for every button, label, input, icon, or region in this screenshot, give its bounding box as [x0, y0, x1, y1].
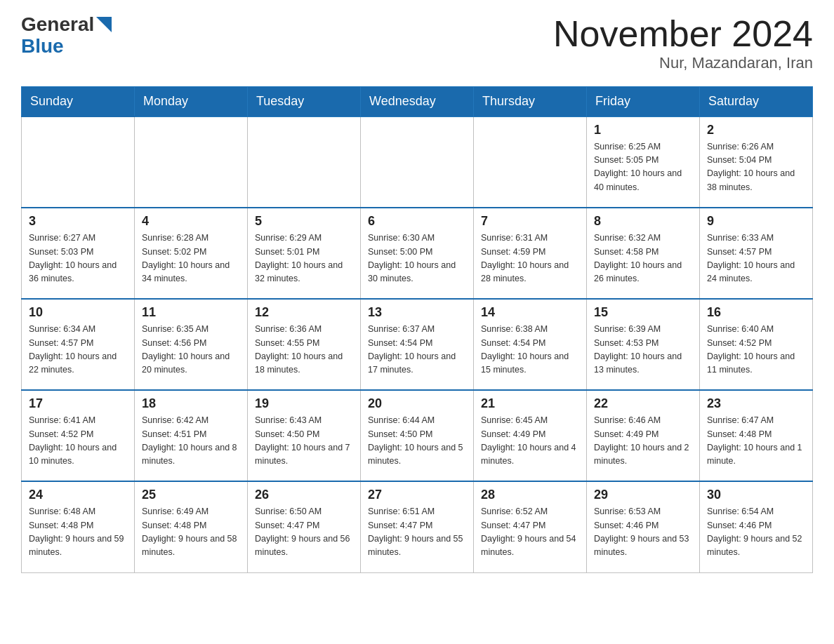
day-number: 28: [481, 488, 579, 502]
calendar-cell: [248, 116, 361, 208]
logo: General Blue: [21, 14, 112, 58]
day-number: 30: [707, 488, 805, 502]
day-info: Sunrise: 6:43 AMSunset: 4:50 PMDaylight:…: [255, 414, 353, 469]
day-number: 1: [594, 123, 692, 137]
calendar-cell: 12Sunrise: 6:36 AMSunset: 4:55 PMDayligh…: [248, 299, 361, 390]
day-number: 15: [594, 305, 692, 320]
calendar-cell: 2Sunrise: 6:26 AMSunset: 5:04 PMDaylight…: [700, 116, 813, 208]
calendar-cell: 10Sunrise: 6:34 AMSunset: 4:57 PMDayligh…: [22, 299, 135, 390]
svg-marker-0: [96, 17, 112, 32]
day-info: Sunrise: 6:48 AMSunset: 4:48 PMDaylight:…: [29, 505, 127, 560]
day-info: Sunrise: 6:29 AMSunset: 5:01 PMDaylight:…: [255, 232, 353, 286]
day-info: Sunrise: 6:39 AMSunset: 4:53 PMDaylight:…: [594, 323, 692, 377]
calendar-header-thursday: Thursday: [474, 87, 587, 117]
calendar-week-row: 10Sunrise: 6:34 AMSunset: 4:57 PMDayligh…: [22, 299, 813, 390]
day-number: 3: [29, 214, 127, 229]
day-number: 8: [594, 214, 692, 229]
day-info: Sunrise: 6:35 AMSunset: 4:56 PMDaylight:…: [142, 323, 240, 377]
day-info: Sunrise: 6:28 AMSunset: 5:02 PMDaylight:…: [142, 232, 240, 286]
day-info: Sunrise: 6:38 AMSunset: 4:54 PMDaylight:…: [481, 323, 579, 377]
day-info: Sunrise: 6:27 AMSunset: 5:03 PMDaylight:…: [29, 232, 127, 286]
day-info: Sunrise: 6:41 AMSunset: 4:52 PMDaylight:…: [29, 414, 127, 469]
calendar-cell: 15Sunrise: 6:39 AMSunset: 4:53 PMDayligh…: [587, 299, 700, 390]
day-info: Sunrise: 6:37 AMSunset: 4:54 PMDaylight:…: [368, 323, 466, 377]
calendar-header-sunday: Sunday: [22, 87, 135, 117]
day-info: Sunrise: 6:36 AMSunset: 4:55 PMDaylight:…: [255, 323, 353, 377]
day-info: Sunrise: 6:53 AMSunset: 4:46 PMDaylight:…: [594, 505, 692, 560]
calendar-cell: 25Sunrise: 6:49 AMSunset: 4:48 PMDayligh…: [135, 481, 248, 572]
calendar-cell: 28Sunrise: 6:52 AMSunset: 4:47 PMDayligh…: [474, 481, 587, 572]
day-info: Sunrise: 6:32 AMSunset: 4:58 PMDaylight:…: [594, 232, 692, 286]
calendar-cell: [474, 116, 587, 208]
logo-general-text: General: [21, 15, 94, 34]
day-number: 2: [707, 123, 805, 137]
day-number: 22: [594, 396, 692, 411]
calendar-cell: 30Sunrise: 6:54 AMSunset: 4:46 PMDayligh…: [700, 481, 813, 572]
calendar-header-wednesday: Wednesday: [361, 87, 474, 117]
day-number: 24: [29, 488, 127, 502]
calendar-cell: 20Sunrise: 6:44 AMSunset: 4:50 PMDayligh…: [361, 390, 474, 481]
logo-triangle-icon: [96, 17, 112, 32]
calendar-cell: 21Sunrise: 6:45 AMSunset: 4:49 PMDayligh…: [474, 390, 587, 481]
calendar-cell: 4Sunrise: 6:28 AMSunset: 5:02 PMDaylight…: [135, 208, 248, 299]
day-info: Sunrise: 6:45 AMSunset: 4:49 PMDaylight:…: [481, 414, 579, 469]
day-number: 11: [142, 305, 240, 320]
day-info: Sunrise: 6:51 AMSunset: 4:47 PMDaylight:…: [368, 505, 466, 560]
calendar-cell: 22Sunrise: 6:46 AMSunset: 4:49 PMDayligh…: [587, 390, 700, 481]
calendar-cell: 13Sunrise: 6:37 AMSunset: 4:54 PMDayligh…: [361, 299, 474, 390]
location-title: Nur, Mazandaran, Iran: [553, 54, 813, 72]
day-number: 16: [707, 305, 805, 320]
day-number: 7: [481, 214, 579, 229]
calendar-cell: [135, 116, 248, 208]
calendar-cell: 8Sunrise: 6:32 AMSunset: 4:58 PMDaylight…: [587, 208, 700, 299]
calendar-header-monday: Monday: [135, 87, 248, 117]
calendar-cell: 26Sunrise: 6:50 AMSunset: 4:47 PMDayligh…: [248, 481, 361, 572]
calendar-table: SundayMondayTuesdayWednesdayThursdayFrid…: [21, 86, 813, 573]
calendar-week-row: 24Sunrise: 6:48 AMSunset: 4:48 PMDayligh…: [22, 481, 813, 572]
calendar-week-row: 3Sunrise: 6:27 AMSunset: 5:03 PMDaylight…: [22, 208, 813, 299]
logo-blue-text: Blue: [21, 35, 64, 58]
calendar-cell: 18Sunrise: 6:42 AMSunset: 4:51 PMDayligh…: [135, 390, 248, 481]
calendar-week-row: 17Sunrise: 6:41 AMSunset: 4:52 PMDayligh…: [22, 390, 813, 481]
day-number: 17: [29, 396, 127, 411]
day-info: Sunrise: 6:30 AMSunset: 5:00 PMDaylight:…: [368, 232, 466, 286]
day-number: 25: [142, 488, 240, 502]
day-number: 14: [481, 305, 579, 320]
calendar-cell: 17Sunrise: 6:41 AMSunset: 4:52 PMDayligh…: [22, 390, 135, 481]
calendar-cell: 29Sunrise: 6:53 AMSunset: 4:46 PMDayligh…: [587, 481, 700, 572]
day-info: Sunrise: 6:40 AMSunset: 4:52 PMDaylight:…: [707, 323, 805, 377]
calendar-week-row: 1Sunrise: 6:25 AMSunset: 5:05 PMDaylight…: [22, 116, 813, 208]
day-info: Sunrise: 6:31 AMSunset: 4:59 PMDaylight:…: [481, 232, 579, 286]
page-header: General Blue November 2024 Nur, Mazandar…: [21, 14, 813, 72]
day-info: Sunrise: 6:49 AMSunset: 4:48 PMDaylight:…: [142, 505, 240, 560]
day-info: Sunrise: 6:54 AMSunset: 4:46 PMDaylight:…: [707, 505, 805, 560]
calendar-header-tuesday: Tuesday: [248, 87, 361, 117]
calendar-header-row: SundayMondayTuesdayWednesdayThursdayFrid…: [22, 87, 813, 117]
day-info: Sunrise: 6:46 AMSunset: 4:49 PMDaylight:…: [594, 414, 692, 469]
calendar-cell: 5Sunrise: 6:29 AMSunset: 5:01 PMDaylight…: [248, 208, 361, 299]
day-number: 12: [255, 305, 353, 320]
calendar-cell: 7Sunrise: 6:31 AMSunset: 4:59 PMDaylight…: [474, 208, 587, 299]
calendar-header-saturday: Saturday: [700, 87, 813, 117]
day-number: 29: [594, 488, 692, 502]
calendar-cell: 6Sunrise: 6:30 AMSunset: 5:00 PMDaylight…: [361, 208, 474, 299]
day-number: 23: [707, 396, 805, 411]
day-number: 6: [368, 214, 466, 229]
month-title: November 2024: [553, 14, 813, 54]
calendar-header-friday: Friday: [587, 87, 700, 117]
calendar-cell: [361, 116, 474, 208]
day-info: Sunrise: 6:26 AMSunset: 5:04 PMDaylight:…: [707, 140, 805, 195]
day-number: 10: [29, 305, 127, 320]
day-number: 26: [255, 488, 353, 502]
day-info: Sunrise: 6:47 AMSunset: 4:48 PMDaylight:…: [707, 414, 805, 469]
day-number: 27: [368, 488, 466, 502]
calendar-cell: 14Sunrise: 6:38 AMSunset: 4:54 PMDayligh…: [474, 299, 587, 390]
day-number: 20: [368, 396, 466, 411]
day-info: Sunrise: 6:42 AMSunset: 4:51 PMDaylight:…: [142, 414, 240, 469]
calendar-cell: 3Sunrise: 6:27 AMSunset: 5:03 PMDaylight…: [22, 208, 135, 299]
day-info: Sunrise: 6:50 AMSunset: 4:47 PMDaylight:…: [255, 505, 353, 560]
title-block: November 2024 Nur, Mazandaran, Iran: [553, 14, 813, 72]
calendar-cell: [22, 116, 135, 208]
calendar-cell: 9Sunrise: 6:33 AMSunset: 4:57 PMDaylight…: [700, 208, 813, 299]
day-number: 9: [707, 214, 805, 229]
